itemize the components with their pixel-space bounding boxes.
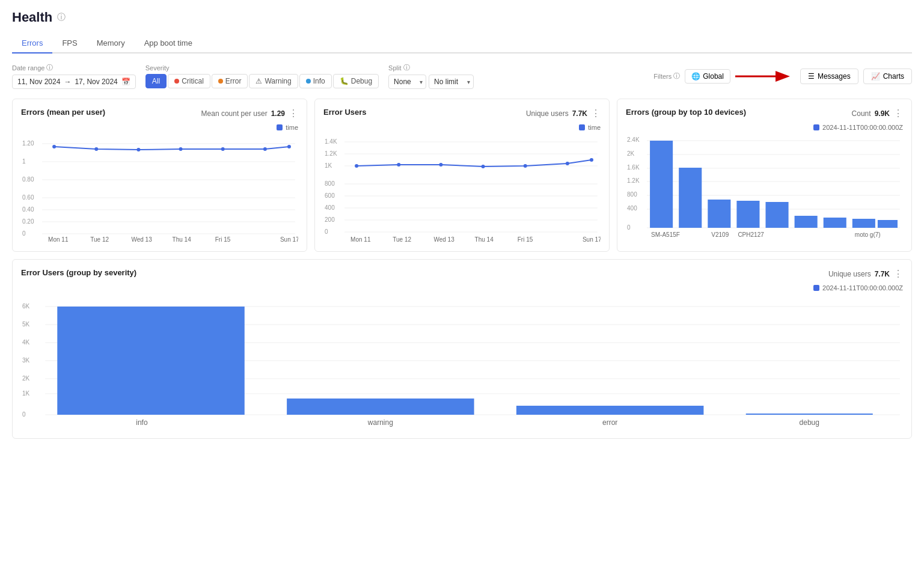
svg-text:Wed 13: Wed 13 (131, 236, 152, 243)
tab-errors[interactable]: Errors (12, 34, 52, 53)
split-select[interactable]: None (388, 75, 426, 89)
split-info-icon[interactable]: ⓘ (403, 63, 410, 72)
chart4-area: 6K 5K 4K 3K 2K 1K 0 info (21, 298, 903, 430)
svg-text:Thu 14: Thu 14 (173, 236, 192, 243)
svg-point-16 (52, 145, 56, 148)
chart3-stat-value: 9.9K (875, 109, 890, 118)
arrow-separator: → (64, 78, 71, 86)
svg-text:error: error (602, 418, 617, 427)
sev-debug-button[interactable]: 🐛 Debug (333, 74, 379, 88)
chart1-menu[interactable]: ⋮ (289, 108, 298, 119)
svg-point-22 (287, 145, 291, 148)
svg-rect-72 (650, 141, 673, 228)
svg-text:2K: 2K (22, 375, 30, 382)
chart4-stat-value: 7.7K (875, 270, 890, 278)
svg-text:1K: 1K (325, 162, 332, 169)
svg-text:Thu 14: Thu 14 (475, 236, 494, 243)
svg-text:0.20: 0.20 (22, 218, 34, 225)
chart3-header: Errors (group by top 10 devices) Count 9… (626, 108, 903, 119)
svg-text:2.4K: 2.4K (627, 136, 640, 143)
svg-text:0: 0 (325, 228, 328, 235)
svg-text:600: 600 (325, 192, 335, 199)
svg-text:800: 800 (325, 180, 335, 187)
chart4-stat: Unique users 7.7K ⋮ (828, 268, 903, 279)
svg-text:1.4K: 1.4K (325, 138, 337, 145)
info-dot (306, 79, 311, 84)
svg-point-49 (524, 164, 527, 168)
charts-button[interactable]: 📈 Charts (863, 69, 912, 84)
svg-rect-79 (852, 219, 875, 228)
svg-rect-78 (824, 218, 846, 228)
filters-label: Filters ⓘ (653, 72, 680, 81)
svg-rect-77 (795, 216, 818, 228)
svg-rect-99 (57, 307, 244, 415)
chart1-header: Errors (mean per user) Mean count per us… (21, 108, 298, 119)
svg-text:0.80: 0.80 (22, 176, 34, 183)
chart-errors-mean: Errors (mean per user) Mean count per us… (12, 99, 307, 252)
svg-point-51 (590, 158, 593, 162)
sev-info-button[interactable]: Info (299, 74, 332, 88)
svg-text:5K: 5K (22, 321, 30, 328)
svg-text:info: info (136, 418, 148, 427)
svg-point-45 (355, 164, 358, 168)
chart1-stat-value: 1.29 (271, 109, 285, 118)
svg-text:SM-A515F: SM-A515F (651, 231, 680, 238)
page-title: Health (12, 10, 52, 25)
svg-rect-74 (708, 200, 730, 228)
svg-point-47 (439, 163, 442, 166)
svg-text:200: 200 (325, 216, 335, 223)
date-to: 17, Nov 2024 (75, 78, 117, 86)
svg-text:Tue 12: Tue 12 (393, 236, 411, 243)
svg-rect-76 (766, 202, 789, 228)
messages-button[interactable]: ☰ Messages (800, 69, 858, 84)
svg-text:moto g(7): moto g(7) (855, 231, 881, 238)
svg-text:1: 1 (22, 158, 26, 165)
svg-text:2K: 2K (627, 150, 635, 157)
chart1-legend: time (21, 124, 298, 131)
chart2-header: Error Users Unique users 7.7K ⋮ (323, 108, 601, 119)
chart2-menu[interactable]: ⋮ (591, 108, 601, 119)
svg-text:1.6K: 1.6K (627, 164, 640, 171)
svg-text:1.2K: 1.2K (325, 150, 337, 157)
sev-all-button[interactable]: All (145, 74, 167, 88)
tab-memory[interactable]: Memory (87, 34, 135, 53)
chart2-stat: Unique users 7.7K ⋮ (526, 108, 601, 119)
svg-point-18 (136, 148, 140, 151)
filters-bar: Date range ⓘ 11, Nov 2024 → 17, Nov 2024… (12, 63, 912, 89)
chart2-legend: time (323, 124, 601, 131)
global-filter-button[interactable]: 🌐 Global (685, 69, 730, 84)
messages-icon: ☰ (808, 72, 815, 81)
filters-info-icon[interactable]: ⓘ (673, 72, 680, 81)
tab-app-boot-time[interactable]: App boot time (135, 34, 202, 53)
chart2-stat-value: 7.7K (572, 109, 587, 118)
chart2-legend-dot (579, 124, 585, 130)
date-from: 11, Nov 2024 (17, 78, 60, 86)
svg-text:Tue 12: Tue 12 (90, 236, 109, 243)
sev-critical-button[interactable]: Critical (168, 74, 210, 88)
sev-error-button[interactable]: Error (212, 74, 248, 88)
chart3-menu[interactable]: ⋮ (893, 108, 903, 119)
chart3-title: Errors (group by top 10 devices) (626, 108, 746, 117)
svg-text:400: 400 (325, 204, 335, 211)
svg-text:Fri 15: Fri 15 (518, 236, 533, 243)
svg-text:warning: warning (367, 418, 393, 427)
svg-text:0: 0 (22, 411, 26, 418)
tab-fps[interactable]: FPS (52, 34, 87, 53)
chart3-stat: Count 9.9K ⋮ (852, 108, 903, 119)
svg-point-48 (482, 165, 485, 168)
calendar-icon: 📅 (121, 78, 130, 86)
date-range-control[interactable]: 11, Nov 2024 → 17, Nov 2024 📅 (12, 75, 136, 89)
chart4-menu[interactable]: ⋮ (893, 268, 903, 279)
critical-dot (174, 79, 179, 84)
svg-text:6K: 6K (22, 303, 30, 310)
no-limit-select[interactable]: No limit (429, 75, 474, 89)
health-info-icon[interactable]: ⓘ (57, 12, 66, 23)
chart2-area: 1.4K 1.2K 1K 800 600 400 200 0 (323, 135, 601, 243)
globe-icon: 🌐 (691, 72, 700, 81)
date-range-info-icon[interactable]: ⓘ (46, 63, 53, 72)
chart3-legend: 2024-11-11T00:00:00.000Z (626, 124, 903, 131)
chart3-area: 2.4K 2K 1.6K 1.2K 800 400 0 (626, 135, 903, 243)
sev-warning-button[interactable]: ⚠ Warning (249, 74, 298, 88)
svg-text:0: 0 (22, 230, 26, 237)
svg-text:0.60: 0.60 (22, 194, 34, 201)
